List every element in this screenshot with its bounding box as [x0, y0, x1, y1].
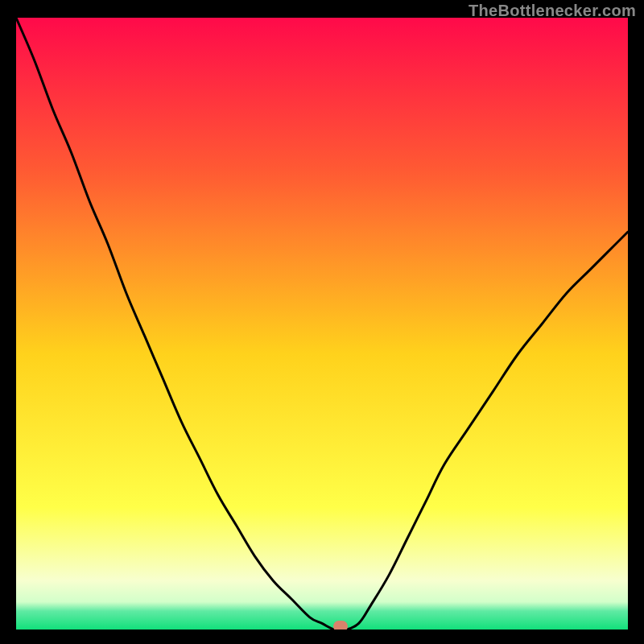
source-caption: TheBottlenecker.com — [469, 2, 636, 20]
chart-curve — [16, 18, 628, 630]
optimal-point-marker — [333, 621, 348, 630]
plot-area — [16, 18, 628, 630]
chart-container: TheBottlenecker.com — [0, 0, 644, 644]
